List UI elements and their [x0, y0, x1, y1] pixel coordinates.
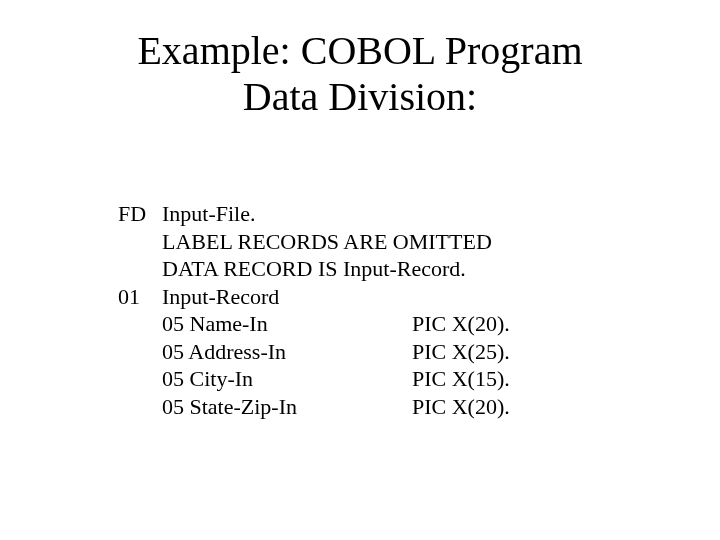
code-text: DATA RECORD IS Input-Record. [162, 255, 466, 283]
field-pic: PIC X(15). [412, 365, 618, 393]
field-name: 05 Name-In [162, 310, 412, 338]
field-row: 05 Name-In PIC X(20). [162, 310, 618, 338]
level-01: 01 [118, 283, 162, 311]
level-fd: FD [118, 200, 162, 228]
field-pic: PIC X(20). [412, 393, 618, 421]
level-blank [118, 365, 162, 393]
code-line: FD Input-File. [118, 200, 618, 228]
code-line: 05 Address-In PIC X(25). [118, 338, 618, 366]
code-line: 05 State-Zip-In PIC X(20). [118, 393, 618, 421]
level-blank [118, 255, 162, 283]
field-pic: PIC X(25). [412, 338, 618, 366]
code-text: Input-Record [162, 283, 279, 311]
code-line: 05 Name-In PIC X(20). [118, 310, 618, 338]
slide-title: Example: COBOL Program Data Division: [0, 0, 720, 120]
field-name: 05 City-In [162, 365, 412, 393]
code-text: Input-File. [162, 200, 256, 228]
code-line: LABEL RECORDS ARE OMITTED [118, 228, 618, 256]
code-text: LABEL RECORDS ARE OMITTED [162, 228, 492, 256]
level-blank [118, 393, 162, 421]
field-row: 05 City-In PIC X(15). [162, 365, 618, 393]
level-blank [118, 228, 162, 256]
code-line: 01 Input-Record [118, 283, 618, 311]
code-block: FD Input-File. LABEL RECORDS ARE OMITTED… [118, 200, 618, 420]
title-line-2: Data Division: [0, 74, 720, 120]
title-line-1: Example: COBOL Program [0, 28, 720, 74]
level-blank [118, 338, 162, 366]
code-line: DATA RECORD IS Input-Record. [118, 255, 618, 283]
level-blank [118, 310, 162, 338]
field-name: 05 Address-In [162, 338, 412, 366]
field-row: 05 State-Zip-In PIC X(20). [162, 393, 618, 421]
field-pic: PIC X(20). [412, 310, 618, 338]
slide: Example: COBOL Program Data Division: FD… [0, 0, 720, 540]
field-name: 05 State-Zip-In [162, 393, 412, 421]
field-row: 05 Address-In PIC X(25). [162, 338, 618, 366]
code-line: 05 City-In PIC X(15). [118, 365, 618, 393]
